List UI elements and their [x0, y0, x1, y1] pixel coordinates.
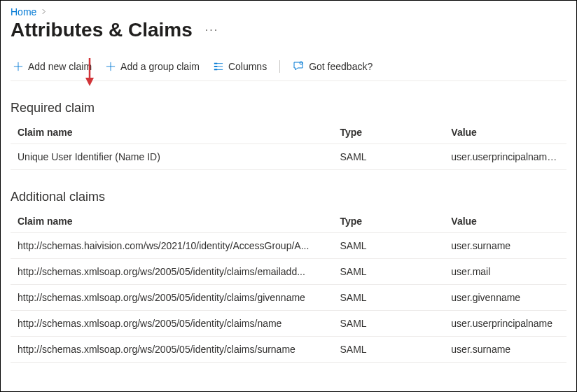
columns-button[interactable]: Columns: [211, 59, 270, 74]
add-new-claim-button[interactable]: Add new claim: [11, 59, 95, 74]
cell-value: user.userprincipalname [...: [444, 144, 566, 170]
breadcrumb: Home: [11, 6, 566, 18]
cell-name: Unique User Identifier (Name ID): [11, 144, 333, 170]
cell-name: http://schemas.xmlsoap.org/ws/2005/05/id…: [11, 311, 333, 337]
feedback-button[interactable]: Got feedback?: [290, 59, 375, 74]
additional-claims-table: Claim name Type Value http://schemas.hai…: [11, 210, 566, 363]
toolbar-label: Add new claim: [28, 61, 92, 72]
cell-name: http://schemas.xmlsoap.org/ws/2005/05/id…: [11, 285, 333, 311]
table-row[interactable]: http://schemas.xmlsoap.org/ws/2005/05/id…: [11, 337, 566, 363]
columns-icon: [214, 62, 223, 71]
breadcrumb-home[interactable]: Home: [11, 6, 36, 18]
table-row[interactable]: Unique User Identifier (Name ID)SAMLuser…: [11, 144, 566, 170]
col-header-claim-name[interactable]: Claim name: [11, 210, 333, 233]
feedback-icon: [293, 61, 304, 72]
cell-value: user.surname: [444, 233, 566, 259]
table-row[interactable]: http://schemas.xmlsoap.org/ws/2005/05/id…: [11, 259, 566, 285]
cell-type: SAML: [333, 259, 445, 285]
col-header-claim-name[interactable]: Claim name: [11, 121, 333, 144]
col-header-value[interactable]: Value: [444, 121, 566, 144]
cell-name: http://schemas.xmlsoap.org/ws/2005/05/id…: [11, 259, 333, 285]
col-header-type[interactable]: Type: [333, 210, 445, 233]
cell-type: SAML: [333, 285, 445, 311]
plus-icon: [106, 62, 116, 71]
cell-type: SAML: [333, 144, 445, 170]
table-row[interactable]: http://schemas.xmlsoap.org/ws/2005/05/id…: [11, 285, 566, 311]
required-claim-heading: Required claim: [11, 101, 566, 115]
toolbar-label: Got feedback?: [309, 61, 373, 72]
cell-value: user.surname: [444, 337, 566, 363]
cell-value: user.userprincipalname: [444, 311, 566, 337]
add-group-claim-button[interactable]: Add a group claim: [103, 59, 202, 74]
cell-type: SAML: [333, 337, 445, 363]
table-row[interactable]: http://schemas.xmlsoap.org/ws/2005/05/id…: [11, 311, 566, 337]
cell-value: user.mail: [444, 259, 566, 285]
toolbar-separator: [279, 60, 280, 73]
required-claims-table: Claim name Type Value Unique User Identi…: [11, 121, 566, 170]
cell-type: SAML: [333, 233, 445, 259]
toolbar-label: Columns: [228, 61, 267, 72]
toolbar: Add new claim Add a group claim Columns …: [11, 55, 566, 81]
cell-name: http://schemas.haivision.com/ws/2021/10/…: [11, 233, 333, 259]
more-actions-button[interactable]: ···: [205, 24, 218, 36]
chevron-right-icon: [41, 7, 47, 17]
table-row[interactable]: http://schemas.haivision.com/ws/2021/10/…: [11, 233, 566, 259]
toolbar-label: Add a group claim: [120, 61, 200, 72]
plus-icon: [13, 62, 23, 71]
cell-value: user.givenname: [444, 285, 566, 311]
page-title: Attributes & Claims: [11, 19, 193, 41]
col-header-value[interactable]: Value: [444, 210, 566, 233]
cell-type: SAML: [333, 311, 445, 337]
col-header-type[interactable]: Type: [333, 121, 445, 144]
additional-claims-heading: Additional claims: [11, 190, 566, 204]
cell-name: http://schemas.xmlsoap.org/ws/2005/05/id…: [11, 337, 333, 363]
